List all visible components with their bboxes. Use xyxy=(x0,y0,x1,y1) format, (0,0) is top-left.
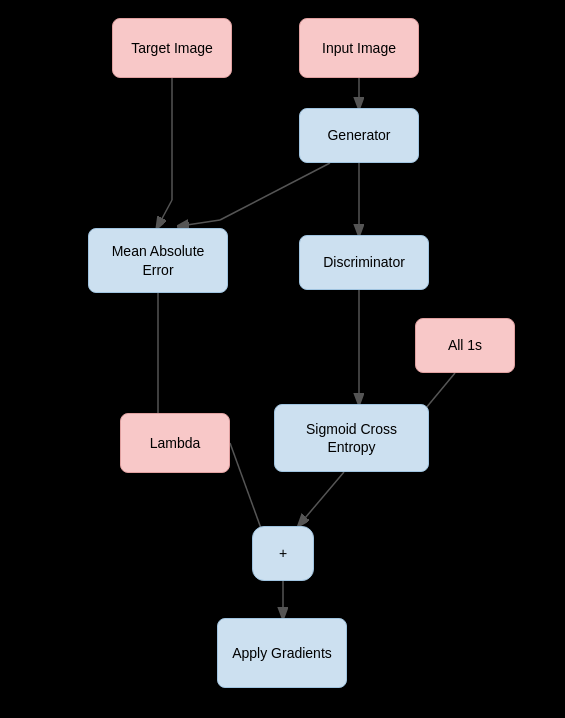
lambda-node: Lambda xyxy=(120,413,230,473)
plus-node: + xyxy=(252,526,314,581)
svg-line-3 xyxy=(158,200,172,226)
mean-absolute-error-node: Mean Absolute Error xyxy=(88,228,228,293)
target-image-node: Target Image xyxy=(112,18,232,78)
discriminator-node: Discriminator xyxy=(299,235,429,290)
svg-line-5 xyxy=(180,220,220,226)
generator-node: Generator xyxy=(299,108,419,163)
svg-line-4 xyxy=(220,163,330,220)
input-image-node: Input Image xyxy=(299,18,419,78)
apply-gradients-node: Apply Gradients xyxy=(217,618,347,688)
sigmoid-cross-entropy-node: Sigmoid Cross Entropy xyxy=(274,404,429,472)
all-1s-node: All 1s xyxy=(415,318,515,373)
svg-line-8 xyxy=(300,472,344,524)
